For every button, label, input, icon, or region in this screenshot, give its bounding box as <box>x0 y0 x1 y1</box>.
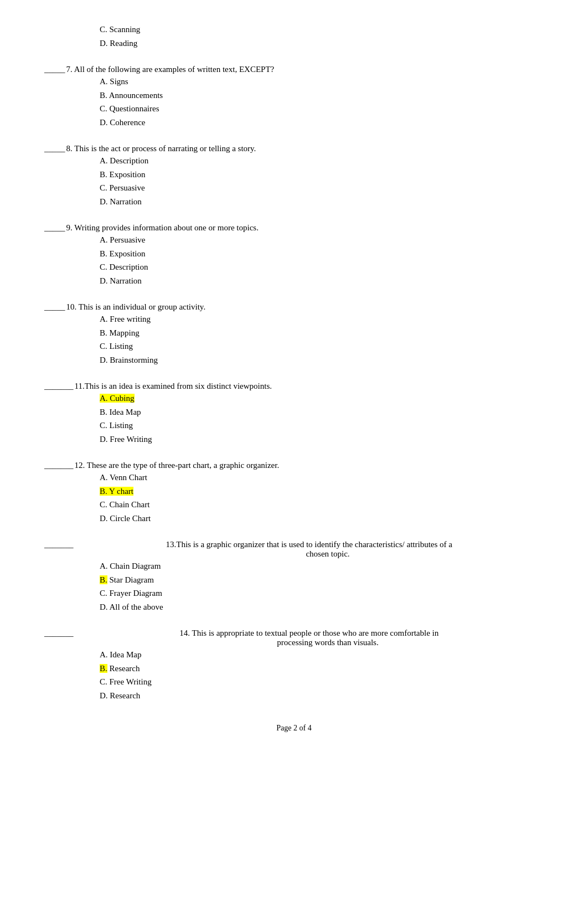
q13-option-a: A. Chain Diagram <box>100 560 544 573</box>
q7-option-a: A. Signs <box>100 75 544 88</box>
q13-option-b: B. Star Diagram <box>100 574 544 586</box>
question-14-header: _______ 14. This is appropriate to textu… <box>44 629 544 647</box>
q8-option-d: D. Narration <box>100 195 544 208</box>
question-9-header: _____ 9. Writing provides information ab… <box>44 223 544 233</box>
q13-blank: _______ <box>44 540 74 549</box>
q8-option-b: B. Exposition <box>100 168 544 181</box>
q14-option-a: A. Idea Map <box>100 648 544 661</box>
q13-options: A. Chain Diagram B. Star Diagram C. Fray… <box>100 560 544 613</box>
page-footer: Page 2 of 4 <box>44 724 544 733</box>
q14-option-d: D. Research <box>100 689 544 702</box>
q8-text: 8. This is the act or process of narrati… <box>66 144 544 153</box>
question-13-block: _______ 13.This is a graphic organizer t… <box>44 540 544 613</box>
prev-options-block: C. Scanning D. Reading <box>44 23 544 49</box>
question-12-block: _______ 12. These are the type of three-… <box>44 461 544 524</box>
q14-option-c: C. Free Writing <box>100 676 544 688</box>
question-8-block: _____ 8. This is the act or process of n… <box>44 144 544 208</box>
q9-text: 9. Writing provides information about on… <box>66 223 544 233</box>
question-7-block: _____ 7. All of the following are exampl… <box>44 65 544 128</box>
q7-options: A. Signs B. Announcements C. Questionnai… <box>100 75 544 128</box>
q10-blank: _____ <box>44 302 65 312</box>
q12-blank: _______ <box>44 461 74 470</box>
question-9-block: _____ 9. Writing provides information ab… <box>44 223 544 287</box>
q14-highlight-b: B. <box>100 664 107 673</box>
question-14-block: _______ 14. This is appropriate to textu… <box>44 629 544 702</box>
q10-option-d: D. Brainstorming <box>100 354 544 367</box>
q12-text: 12. These are the type of three-part cha… <box>75 461 544 470</box>
question-7-header: _____ 7. All of the following are exampl… <box>44 65 544 74</box>
q13-option-d: D. All of the above <box>100 601 544 614</box>
prev-option-c: C. Scanning <box>100 23 544 36</box>
q11-option-b: B. Idea Map <box>100 406 544 419</box>
question-8-header: _____ 8. This is the act or process of n… <box>44 144 544 153</box>
q11-option-a: A. Cubing <box>100 392 544 405</box>
q11-option-d: D. Free Writing <box>100 433 544 446</box>
q14-text: 14. This is appropriate to textual peopl… <box>75 629 544 647</box>
question-11-header: _______ 11.This is an idea is examined f… <box>44 382 544 391</box>
q7-text: 7. All of the following are examples of … <box>66 65 544 74</box>
q9-blank: _____ <box>44 223 65 233</box>
q11-text: 11.This is an idea is examined from six … <box>75 382 544 391</box>
page: C. Scanning D. Reading _____ 7. All of t… <box>0 0 588 901</box>
q8-options: A. Description B. Exposition C. Persuasi… <box>100 155 544 208</box>
q14-options: A. Idea Map B. Research C. Free Writing … <box>100 648 544 702</box>
q12-option-c: C. Chain Chart <box>100 498 544 511</box>
q12-option-b: B. Y chart <box>100 485 544 498</box>
q14-option-b: B. Research <box>100 662 544 675</box>
question-10-block: _____ 10. This is an individual or group… <box>44 302 544 366</box>
q9-option-d: D. Narration <box>100 275 544 287</box>
q12-highlight-b: B. Y chart <box>100 487 133 496</box>
q8-blank: _____ <box>44 144 65 153</box>
q10-option-a: A. Free writing <box>100 313 544 326</box>
q11-blank: _______ <box>44 382 74 391</box>
q12-option-d: D. Circle Chart <box>100 512 544 525</box>
q7-blank: _____ <box>44 65 65 74</box>
q7-option-d: D. Coherence <box>100 116 544 129</box>
q10-options: A. Free writing B. Mapping C. Listing D.… <box>100 313 544 366</box>
q9-option-a: A. Persuasive <box>100 234 544 246</box>
question-11-block: _______ 11.This is an idea is examined f… <box>44 382 544 445</box>
page-number: Page 2 of 4 <box>276 724 311 732</box>
question-13-header: _______ 13.This is a graphic organizer t… <box>44 540 544 559</box>
q10-text: 10. This is an individual or group activ… <box>66 302 544 312</box>
q8-option-a: A. Description <box>100 155 544 167</box>
q7-option-b: B. Announcements <box>100 89 544 102</box>
q12-option-a: A. Venn Chart <box>100 471 544 484</box>
q9-option-c: C. Description <box>100 261 544 274</box>
q12-options: A. Venn Chart B. Y chart C. Chain Chart … <box>100 471 544 524</box>
q7-option-c: C. Questionnaires <box>100 102 544 115</box>
q11-highlight-a: A. Cubing <box>100 394 135 403</box>
q9-option-b: B. Exposition <box>100 248 544 260</box>
q10-option-b: B. Mapping <box>100 327 544 339</box>
q9-options: A. Persuasive B. Exposition C. Descripti… <box>100 234 544 287</box>
q14-blank: _______ <box>44 629 74 638</box>
prev-option-d: D. Reading <box>100 37 544 50</box>
q11-options: A. Cubing B. Idea Map C. Listing D. Free… <box>100 392 544 445</box>
q13-text: 13.This is a graphic organizer that is u… <box>75 540 544 559</box>
question-10-header: _____ 10. This is an individual or group… <box>44 302 544 312</box>
q13-option-c: C. Frayer Diagram <box>100 587 544 600</box>
q8-option-c: C. Persuasive <box>100 182 544 194</box>
q13-highlight-b: B. <box>100 575 107 584</box>
question-12-header: _______ 12. These are the type of three-… <box>44 461 544 470</box>
q11-option-c: C. Listing <box>100 419 544 432</box>
q10-option-c: C. Listing <box>100 340 544 353</box>
